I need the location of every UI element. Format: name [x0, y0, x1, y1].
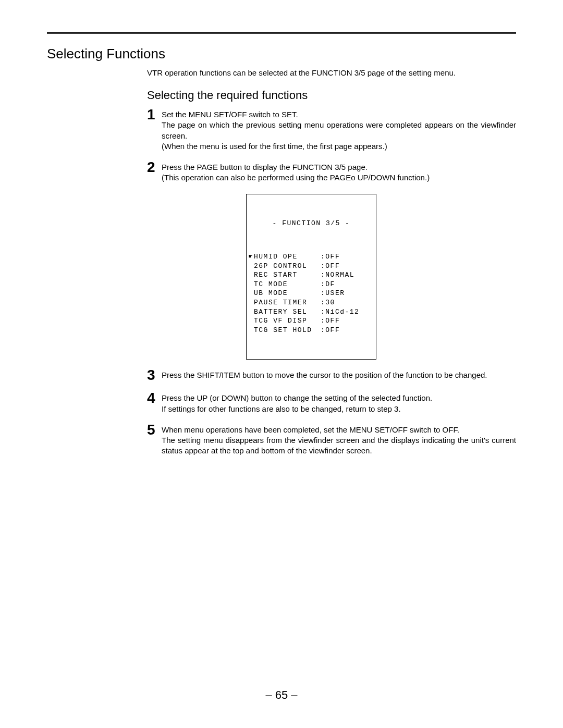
menu-value: OFF	[321, 316, 340, 326]
intro-text: VTR operation functions can be selected …	[147, 68, 516, 77]
menu-value: OFF	[321, 262, 340, 271]
step-line: When menu operations have been completed…	[162, 425, 516, 435]
page-number: – 65 –	[0, 688, 563, 702]
menu-value: 30	[321, 298, 335, 307]
menu-label: BATTERY SEL	[254, 307, 321, 317]
menu-row: TC MODEDF	[254, 280, 369, 289]
menu-value: USER	[321, 289, 345, 298]
step-body: Set the MENU SET/OFF switch to SET. The …	[162, 109, 516, 152]
step-line: (When the menu is used for the first tim…	[162, 141, 516, 152]
menu-label: TCG VF DISP	[254, 316, 321, 326]
menu-row: 26P CONTROLOFF	[254, 262, 369, 271]
step-1: 1 Set the MENU SET/OFF switch to SET. Th…	[147, 109, 516, 152]
step-number: 3	[147, 368, 162, 382]
menu-value: NiCd-12	[321, 307, 359, 317]
menu-label: 26P CONTROL	[254, 262, 321, 271]
step-line: Set the MENU SET/OFF switch to SET.	[162, 109, 516, 120]
menu-row: PAUSE TIMER30	[254, 298, 369, 307]
menu-row: ☛HUMID OPEOFF	[254, 252, 369, 262]
menu-screen: - FUNCTION 3/5 - ☛HUMID OPEOFF26P CONTRO…	[246, 194, 376, 360]
step-number: 5	[147, 423, 162, 437]
step-body: Press the PAGE button to display the FUN…	[162, 162, 516, 183]
step-line: Press the UP (or DOWN) button to change …	[162, 393, 516, 403]
manual-page: Selecting Functions VTR operation functi…	[0, 0, 563, 728]
subheading: Selecting the required functions	[147, 89, 516, 102]
cursor-icon: ☛	[249, 253, 254, 261]
step-line: The setting menu disappears from the vie…	[162, 435, 516, 456]
menu-label: TC MODE	[254, 280, 321, 289]
menu-value: DF	[321, 280, 335, 289]
step-2: 2 Press the PAGE button to display the F…	[147, 162, 516, 183]
menu-label: ☛HUMID OPE	[254, 252, 321, 262]
step-number: 4	[147, 391, 162, 405]
step-line: Press the PAGE button to display the FUN…	[162, 162, 516, 172]
step-body: Press the UP (or DOWN) button to change …	[162, 393, 516, 414]
menu-label: UB MODE	[254, 289, 321, 298]
step-line: (This operation can also be performed us…	[162, 172, 516, 183]
menu-row: REC STARTNORMAL	[254, 270, 369, 280]
menu-value: OFF	[321, 252, 340, 262]
step-line: The page on which the previous setting m…	[162, 120, 516, 141]
menu-label: TCG SET HOLD	[254, 326, 321, 335]
menu-value: NORMAL	[321, 270, 354, 280]
step-number: 2	[147, 160, 162, 175]
menu-header: - FUNCTION 3/5 -	[254, 219, 369, 228]
step-5: 5 When menu operations have been complet…	[147, 425, 516, 456]
menu-row: TCG SET HOLDOFF	[254, 326, 369, 335]
step-4: 4 Press the UP (or DOWN) button to chang…	[147, 393, 516, 414]
step-line: If settings for other functions are also…	[162, 404, 516, 414]
step-line: Press the SHIFT/ITEM button to move the …	[162, 370, 516, 380]
step-number: 1	[147, 107, 162, 122]
menu-row: TCG VF DISPOFF	[254, 316, 369, 326]
step-body: Press the SHIFT/ITEM button to move the …	[162, 370, 516, 380]
menu-row: UB MODEUSER	[254, 289, 369, 298]
menu-rows: ☛HUMID OPEOFF26P CONTROLOFFREC STARTNORM…	[254, 252, 369, 335]
top-divider	[47, 32, 516, 34]
step-3: 3 Press the SHIFT/ITEM button to move th…	[147, 370, 516, 382]
menu-label: REC START	[254, 270, 321, 280]
menu-row: BATTERY SELNiCd-12	[254, 307, 369, 317]
page-title: Selecting Functions	[47, 46, 516, 62]
menu-value: OFF	[321, 326, 340, 335]
step-body: When menu operations have been completed…	[162, 425, 516, 456]
menu-label: PAUSE TIMER	[254, 298, 321, 307]
content-area: VTR operation functions can be selected …	[47, 68, 516, 456]
